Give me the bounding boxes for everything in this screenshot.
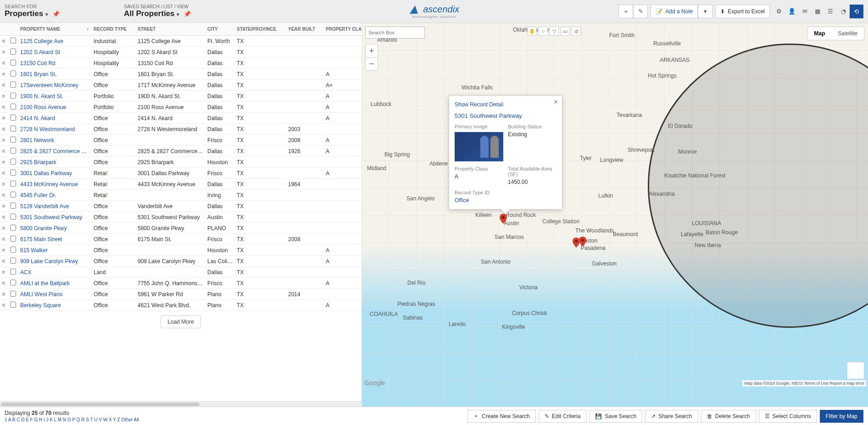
property-name-link[interactable]: 1601 Bryan St. <box>20 71 56 77</box>
table-row[interactable]: ≡2925 BriarparkOffice2925 BriarparkHoust… <box>0 157 362 168</box>
table-row[interactable]: ≡909 Lake Carolyn PkwyOffice909 Lake Car… <box>0 256 362 267</box>
select-columns-button[interactable]: ☰Select Columns <box>759 410 817 423</box>
property-name-link[interactable]: 6175 Main Street <box>20 236 62 243</box>
table-row[interactable]: ≡2825 & 2827 Commerce StreetOffice2825 &… <box>0 146 362 157</box>
map-pane[interactable]: Oklahoma CityAmarilloFort SmithRussellvi… <box>362 23 868 407</box>
drag-handle-icon[interactable]: ≡ <box>2 126 6 132</box>
drag-handle-icon[interactable]: ≡ <box>2 71 6 77</box>
drag-handle-icon[interactable]: ≡ <box>2 170 6 177</box>
property-name-link[interactable]: 17Seventeen McKinney <box>20 82 78 88</box>
row-checkbox[interactable] <box>10 104 16 110</box>
row-checkbox[interactable] <box>10 49 16 55</box>
row-checkbox[interactable] <box>10 148 16 154</box>
alpha-filter[interactable]: 1 A B C D E F G H I J K L M N O P Q R S … <box>5 417 139 422</box>
property-name-link[interactable]: 2414 N. Akard <box>20 115 55 121</box>
property-name-link[interactable]: 815 Walker <box>20 247 48 254</box>
row-checkbox[interactable] <box>10 258 16 264</box>
drag-handle-icon[interactable]: ≡ <box>2 302 6 309</box>
horizontal-scrollbar[interactable] <box>0 401 362 407</box>
table-row[interactable]: ≡2414 N. AkardOffice2414 N. AkardDallasT… <box>0 113 362 124</box>
property-name-link[interactable]: 5301 Southwest Parkway <box>20 214 82 221</box>
column-header-name[interactable]: PROPERTY NAME ↑ <box>18 27 92 32</box>
record-name-link[interactable]: 5301 Southwest Parkway <box>455 112 556 119</box>
map-marker-icon[interactable] <box>579 237 586 247</box>
property-name-link[interactable]: ACX <box>20 269 32 276</box>
table-row[interactable]: ≡815 WalkerOfficeHoustonTXA <box>0 245 362 256</box>
row-checkbox[interactable] <box>10 302 16 308</box>
property-name-link[interactable]: 2801 Network <box>20 137 54 144</box>
row-checkbox[interactable] <box>10 38 16 44</box>
drag-handle-icon[interactable]: ≡ <box>2 115 6 121</box>
map-marker-icon[interactable] <box>500 214 507 224</box>
create-search-button[interactable]: ＋Create New Search <box>467 410 536 423</box>
gear-icon[interactable]: ⚙ <box>773 5 785 18</box>
row-checkbox[interactable] <box>10 126 16 132</box>
drag-handle-icon[interactable]: ≡ <box>2 104 6 110</box>
table-row[interactable]: ≡5301 Southwest ParkwayOffice5301 Southw… <box>0 212 362 223</box>
property-name-link[interactable]: AMLI at the Ballpark <box>20 280 70 287</box>
table-row[interactable]: ≡13150 Coit RdHospitality13150 Coit RdDa… <box>0 58 362 69</box>
table-body[interactable]: ≡1125 College AveIndustrial1125 College … <box>0 36 362 401</box>
property-name-link[interactable]: 5128 Vanderbilt Ave <box>20 203 69 210</box>
drag-handle-icon[interactable]: ≡ <box>2 236 6 243</box>
search-for-dropdown[interactable]: Properties ▾ 📌 <box>5 9 124 18</box>
pin-icon[interactable]: 📌 <box>184 11 191 17</box>
table-row[interactable]: ≡17Seventeen McKinneyOffice1717 McKinney… <box>0 80 362 91</box>
drag-handle-icon[interactable]: ≡ <box>2 258 6 265</box>
row-checkbox[interactable] <box>10 203 16 209</box>
property-name-link[interactable]: 1202 S Akard St <box>20 49 60 55</box>
table-row[interactable]: ≡2728 N WestmorelandOffice2728 N Westerm… <box>0 124 362 135</box>
drag-handle-icon[interactable]: ≡ <box>2 269 6 276</box>
clear-tool-icon[interactable]: ⊘ <box>572 27 581 36</box>
row-checkbox[interactable] <box>10 291 16 297</box>
column-header-state[interactable]: STATE/PROVINCE <box>235 27 286 32</box>
table-row[interactable]: ≡3001 Dallas ParkwayRetail3001 Dallas Pa… <box>0 168 362 179</box>
row-checkbox[interactable] <box>10 247 16 253</box>
table-row[interactable]: ≡ACXLandDallasTX <box>0 267 362 278</box>
property-name-link[interactable]: 2925 Briarpark <box>20 159 56 166</box>
drag-handle-icon[interactable]: ≡ <box>2 225 6 232</box>
delete-search-button[interactable]: 🗑Delete Search <box>701 410 756 423</box>
drag-handle-icon[interactable]: ≡ <box>2 49 6 55</box>
app-switcher-icon[interactable]: ⟲ <box>850 5 863 18</box>
drag-handle-icon[interactable]: ≡ <box>2 137 6 144</box>
show-record-detail-link[interactable]: Show Record Detail <box>455 101 503 108</box>
drag-handle-icon[interactable]: ≡ <box>2 203 6 210</box>
drag-handle-icon[interactable]: ≡ <box>2 38 6 44</box>
table-row[interactable]: ≡2100 Ross AvenuePortfolio2100 Ross Aven… <box>0 102 362 113</box>
add-button[interactable]: ＋ <box>618 5 633 18</box>
polygon-tool-icon[interactable]: ▽ <box>550 27 559 36</box>
row-checkbox[interactable] <box>10 225 16 231</box>
row-checkbox[interactable] <box>10 93 16 99</box>
row-checkbox[interactable] <box>10 82 16 88</box>
property-name-link[interactable]: 5800 Granite Pkwy <box>20 225 67 232</box>
drag-handle-icon[interactable]: ≡ <box>2 247 6 254</box>
table-row[interactable]: ≡5800 Granite PkwyOffice5800 Granite Pkw… <box>0 223 362 234</box>
property-name-link[interactable]: Berkeley Square <box>20 302 61 309</box>
table-row[interactable]: ≡5128 Vanderbilt AveOfficeVanderbilt Ave… <box>0 201 362 212</box>
map-type-map[interactable]: Map <box>807 27 831 40</box>
edit-button[interactable]: ✎ <box>633 5 648 18</box>
table-row[interactable]: ≡4545 Fuller Dr.RetailIrvingTX <box>0 190 362 201</box>
primary-image-thumbnail[interactable] <box>455 132 503 161</box>
row-checkbox[interactable] <box>10 236 16 242</box>
drag-handle-icon[interactable]: ≡ <box>2 93 6 99</box>
user-icon[interactable]: 👤 <box>785 5 798 18</box>
drag-handle-icon[interactable]: ≡ <box>2 82 6 88</box>
row-checkbox[interactable] <box>10 181 16 187</box>
table-row[interactable]: ≡AMLI at the BallparkOffice7755 John Q. … <box>0 278 362 289</box>
export-button[interactable]: ⬇ Export to Excel <box>715 5 770 18</box>
record-type-link[interactable]: Office <box>455 197 556 204</box>
property-name-link[interactable]: 4545 Fuller Dr. <box>20 192 56 199</box>
column-header-year[interactable]: YEAR BUILT <box>286 27 324 32</box>
load-more-button[interactable]: Load More <box>161 315 200 328</box>
row-checkbox[interactable] <box>10 269 16 275</box>
pan-tool-icon[interactable]: ✋ <box>528 27 537 36</box>
map-type-satellite[interactable]: Satellite <box>831 27 864 40</box>
add-note-dropdown[interactable]: ▾ <box>698 5 712 18</box>
property-name-link[interactable]: 1900 N. Akard St. <box>20 93 63 99</box>
row-checkbox[interactable] <box>10 71 16 77</box>
drag-handle-icon[interactable]: ≡ <box>2 291 6 298</box>
drag-handle-icon[interactable]: ≡ <box>2 192 6 199</box>
filter-by-map-button[interactable]: Filter by Map <box>820 410 863 423</box>
